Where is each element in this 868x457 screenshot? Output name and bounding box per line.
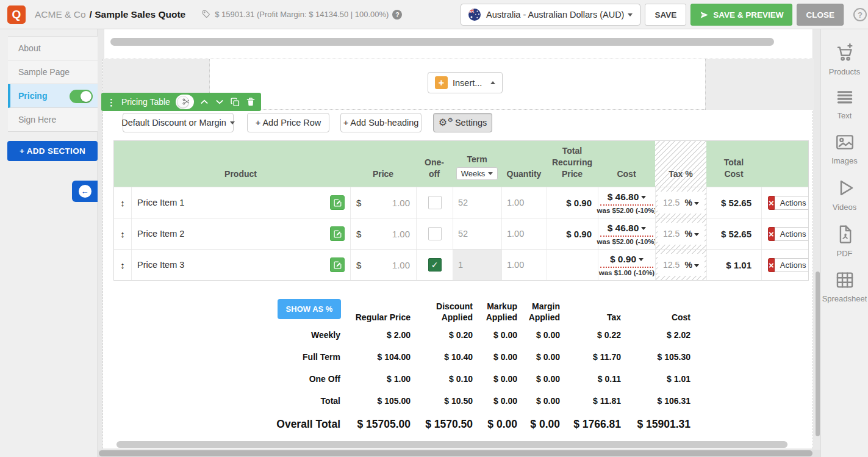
cost-value: $ 0.90 (610, 254, 636, 264)
remove-row-button[interactable]: × (768, 196, 775, 210)
sidebar-item-sign-here[interactable]: Sign Here (8, 108, 98, 132)
sidebar-item-about[interactable]: About (8, 37, 98, 60)
chevron-down-icon (488, 172, 493, 175)
total-recurring-cell: $ 0.90 (547, 218, 598, 249)
insert-button[interactable]: + Insert... (428, 72, 503, 93)
chevron-up-icon (199, 97, 209, 107)
summary-row: Overall Total $ 15705.00 $ 1570.50 $ 0.0… (236, 412, 690, 436)
cost-dropdown[interactable]: $ 46.80 (600, 223, 653, 237)
tax-unit-label: % (685, 260, 692, 270)
trash-icon (246, 97, 256, 107)
horizontal-scrollbar[interactable] (117, 441, 787, 448)
save-preview-label: SAVE & PREVIEW (713, 10, 783, 20)
sidebar-item-sample-page[interactable]: Sample Page (8, 60, 98, 84)
horizontal-scrollbar[interactable] (99, 450, 812, 456)
rail-item-videos[interactable]: Videos (821, 177, 868, 212)
save-button[interactable]: SAVE (645, 4, 686, 26)
chevron-down-icon (694, 264, 699, 267)
rail-item-pdf[interactable]: PDF (821, 223, 868, 258)
price-cell[interactable]: $1.00 (350, 218, 416, 249)
rail-item-images[interactable]: Images (821, 132, 868, 165)
insert-label: Insert... (453, 78, 482, 88)
quantity-cell[interactable]: 1.00 (501, 250, 547, 280)
totals-summary: SHOW AS % Regular Price Discount Applied… (236, 297, 690, 436)
close-button[interactable]: CLOSE (797, 4, 844, 26)
duplicate-button[interactable] (230, 97, 240, 107)
edit-product-button[interactable] (330, 195, 345, 210)
horizontal-scrollbar[interactable] (110, 38, 774, 46)
row-drag-handle[interactable]: ↕ (114, 187, 131, 218)
quantity-cell[interactable]: 1.00 (501, 187, 547, 218)
term-input[interactable]: 52 (453, 187, 501, 218)
show-as-percent-button[interactable]: SHOW AS % (278, 299, 341, 319)
quantity-cell[interactable]: 1.00 (501, 218, 547, 249)
remove-row-button[interactable]: × (768, 258, 775, 272)
product-name[interactable]: Price Item 2 (137, 229, 184, 239)
price-cell[interactable]: $1.00 (350, 187, 416, 218)
remove-row-button[interactable]: × (768, 227, 775, 241)
currency-selector[interactable]: Australia - Australian Dollars (AUD) (461, 4, 640, 26)
pricing-section-toggle[interactable] (70, 90, 93, 103)
move-down-button[interactable] (215, 97, 224, 107)
collapse-sidebar-button[interactable]: ← (72, 181, 98, 202)
row-drag-handle[interactable]: ↕ (114, 250, 131, 280)
summary-value: $ 0.10 (411, 374, 473, 384)
one-off-checkbox[interactable]: ✓ (428, 258, 442, 272)
actions-button[interactable]: Actions (775, 227, 808, 241)
drag-handle-icon[interactable]: ⋮ (107, 98, 116, 107)
price-row: ↕ Price Item 2 $1.00 52 1.00 $ 0.90 $ 46… (114, 218, 808, 249)
help-outline-icon[interactable]: ? (853, 8, 867, 21)
actions-button[interactable]: Actions (775, 196, 808, 210)
edit-product-button[interactable] (330, 226, 345, 241)
rail-item-products[interactable]: Products (821, 43, 868, 76)
tax-input[interactable]: 12.5 (663, 229, 680, 239)
tax-unit-dropdown[interactable]: % (685, 260, 699, 270)
header-quantity: Quantity (501, 141, 547, 187)
help-icon[interactable]: ? (392, 10, 402, 20)
main-hscroll-track (98, 450, 820, 457)
up-down-arrow-icon: ↕ (120, 198, 125, 208)
tax-cell: 12.5 % (655, 187, 706, 218)
row-drag-handle[interactable]: ↕ (114, 218, 131, 249)
summary-value: $ 0.00 (473, 396, 517, 406)
add-section-button[interactable]: + ADD SECTION (7, 141, 98, 161)
move-up-button[interactable] (199, 97, 209, 107)
add-price-row-button[interactable]: + Add Price Row (247, 113, 329, 132)
sidebar-item-label: About (18, 43, 41, 53)
summary-value: $ 105.30 (621, 352, 690, 362)
gear-icon: ⚙ (439, 118, 447, 128)
tax-input[interactable]: 12.5 (663, 260, 680, 270)
default-discount-button[interactable]: Default Discount or Margin (123, 113, 234, 132)
summary-row: Weekly $ 2.00 $ 0.20 $ 0.00 $ 0.00 $ 0.2… (236, 324, 690, 346)
term-input[interactable]: 1 (453, 250, 501, 280)
sidebar-item-pricing[interactable]: Pricing (8, 84, 98, 108)
tax-unit-dropdown[interactable]: % (685, 229, 699, 239)
product-name[interactable]: Price Item 1 (137, 198, 184, 207)
chevron-down-icon (215, 97, 224, 107)
actions-button[interactable]: Actions (775, 258, 808, 272)
settings-button[interactable]: ⚙⚙ Settings (433, 113, 492, 132)
one-off-checkbox[interactable] (428, 227, 442, 240)
rail-item-text[interactable]: Text (821, 88, 868, 120)
summary-header-spacer (236, 323, 340, 324)
edit-product-button[interactable] (330, 257, 345, 272)
brand-logo[interactable]: Q (7, 5, 26, 24)
term-input[interactable]: 52 (453, 218, 501, 249)
rail-item-spreadsheet[interactable]: Spreadsheet (821, 270, 868, 303)
price-tag-icon (201, 9, 212, 20)
tax-unit-label: % (685, 229, 692, 239)
price-cell[interactable]: $1.00 (350, 250, 416, 280)
delete-button[interactable] (246, 97, 256, 107)
add-subheading-button[interactable]: + Add Sub-heading (340, 113, 421, 132)
one-off-checkbox[interactable] (428, 196, 442, 209)
tax-input[interactable]: 12.5 (663, 198, 680, 207)
cost-dropdown[interactable]: $ 46.80 (600, 192, 653, 206)
cost-dropdown[interactable]: $ 0.90 (600, 254, 653, 268)
vertical-scrollbar[interactable] (816, 272, 820, 436)
tax-unit-dropdown[interactable]: % (685, 198, 699, 207)
splice-toggle[interactable] (176, 95, 194, 109)
product-name[interactable]: Price Item 3 (137, 260, 184, 270)
save-preview-button[interactable]: SAVE & PREVIEW (690, 4, 792, 26)
term-unit-dropdown[interactable]: Weeks (456, 167, 498, 180)
currency-symbol: $ (356, 260, 361, 270)
